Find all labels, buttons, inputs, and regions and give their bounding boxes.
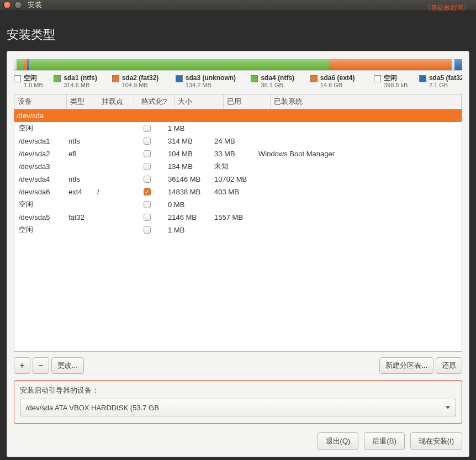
titlebar: 安装 bbox=[0, 0, 476, 10]
partition-bar: 空闲1.0 MBsda1 (ntfs)314.6 MBsda2 (fat32)1… bbox=[14, 59, 462, 92]
legend-swatch bbox=[374, 75, 381, 82]
main-panel: 空闲1.0 MBsda1 (ntfs)314.6 MBsda2 (fat32)1… bbox=[7, 51, 469, 457]
revert-button[interactable]: 还原 bbox=[436, 357, 462, 374]
partition-legend-item: sda6 (ext4)14.8 GB bbox=[310, 74, 374, 89]
window-minimize-button[interactable] bbox=[14, 1, 22, 9]
bootloader-section: 安装启动引导器的设备： /dev/sda ATA VBOX HARDDISK (… bbox=[14, 380, 462, 424]
cell-device: /dev/sda2 bbox=[17, 150, 66, 158]
partition-segment[interactable] bbox=[329, 59, 452, 70]
add-partition-button[interactable]: + bbox=[14, 357, 30, 374]
col-size[interactable]: 大小 bbox=[174, 94, 224, 109]
table-row[interactable]: /dev/sda6ext4/✓14838 MB403 MB bbox=[14, 186, 462, 198]
format-checkbox[interactable] bbox=[144, 201, 151, 208]
format-checkbox[interactable] bbox=[144, 226, 151, 234]
cell-size: 104 MB bbox=[166, 150, 212, 158]
cell-device: 空闲 bbox=[17, 225, 66, 235]
legend-size: 314.6 MB bbox=[64, 82, 97, 89]
col-type[interactable]: 类型 bbox=[67, 94, 98, 109]
legend-label: sda5 (fat32) bbox=[429, 74, 462, 82]
cell-format bbox=[128, 226, 166, 234]
legend-label: sda1 (ntfs) bbox=[64, 74, 97, 82]
disk-header-row[interactable]: /dev/sda bbox=[14, 109, 462, 122]
format-checkbox[interactable] bbox=[144, 150, 151, 157]
table-row[interactable]: /dev/sda5fat322146 MB1557 MB bbox=[14, 211, 462, 224]
legend-size: 1.0 MB bbox=[24, 82, 43, 89]
col-format[interactable]: 格式化? bbox=[134, 94, 174, 109]
cell-format bbox=[128, 150, 166, 157]
install-button[interactable]: 现在安装(I) bbox=[410, 432, 462, 450]
format-checkbox[interactable] bbox=[144, 214, 151, 221]
page-title: 安装类型 bbox=[7, 27, 55, 43]
cell-format bbox=[128, 176, 166, 183]
window-close-button[interactable] bbox=[3, 1, 11, 9]
legend-swatch bbox=[176, 75, 183, 82]
table-row[interactable]: /dev/sda2efi104 MB33 MBWindows Boot Mana… bbox=[14, 147, 462, 160]
table-row[interactable]: 空闲1 MB bbox=[14, 224, 462, 236]
legend-swatch bbox=[251, 75, 258, 82]
cell-used: 33 MB bbox=[212, 150, 256, 158]
format-checkbox[interactable]: ✓ bbox=[144, 188, 151, 195]
legend-swatch bbox=[112, 75, 119, 82]
toolbar: + − 更改... 新建分区表... 还原 bbox=[14, 357, 462, 374]
cell-type: efi bbox=[66, 150, 95, 158]
legend-size: 104.9 MB bbox=[122, 82, 159, 89]
bootloader-device-select[interactable]: /dev/sda ATA VBOX HARDDISK (53.7 GB bbox=[20, 399, 456, 416]
table-row[interactable]: /dev/sda4ntfs36146 MB10702 MB bbox=[14, 173, 462, 186]
cell-used: 1557 MB bbox=[212, 213, 256, 221]
cell-format bbox=[128, 163, 166, 170]
format-checkbox[interactable] bbox=[144, 176, 151, 183]
partition-segment[interactable] bbox=[17, 59, 24, 70]
cell-device: 空闲 bbox=[17, 123, 66, 133]
table-row[interactable]: 空闲0 MB bbox=[14, 198, 462, 211]
cell-used: 403 MB bbox=[212, 188, 256, 196]
cell-used: 未知 bbox=[212, 161, 256, 171]
partition-table: 设备 类型 挂载点 格式化? 大小 已用 已装系统 /dev/sda空闲1 MB… bbox=[14, 94, 462, 352]
cell-used: 24 MB bbox=[212, 137, 256, 145]
format-checkbox[interactable] bbox=[144, 163, 151, 170]
cell-type: ntfs bbox=[66, 137, 95, 145]
cell-system: Windows Boot Manager bbox=[256, 150, 462, 158]
cell-size: 0 MB bbox=[166, 200, 212, 209]
watermark: 《基础教程网》 bbox=[424, 3, 470, 13]
legend-label: sda2 (fat32) bbox=[122, 74, 159, 82]
format-checkbox[interactable] bbox=[144, 138, 151, 145]
change-partition-button[interactable]: 更改... bbox=[51, 357, 84, 374]
cell-format bbox=[128, 201, 166, 208]
legend-swatch bbox=[54, 75, 61, 82]
cell-type: ext4 bbox=[66, 188, 95, 196]
cell-device: /dev/sda6 bbox=[17, 188, 66, 196]
bootloader-label: 安装启动引导器的设备： bbox=[20, 385, 456, 395]
legend-label: sda3 (unknown) bbox=[186, 74, 236, 82]
table-body: /dev/sda空闲1 MB/dev/sda1ntfs314 MB24 MB/d… bbox=[14, 109, 462, 236]
col-used[interactable]: 已用 bbox=[224, 94, 271, 109]
bootloader-selected: /dev/sda ATA VBOX HARDDISK (53.7 GB bbox=[26, 404, 159, 412]
cell-size: 1 MB bbox=[166, 124, 212, 133]
new-partition-table-button[interactable]: 新建分区表... bbox=[379, 357, 433, 374]
cell-mount: / bbox=[95, 188, 128, 196]
partition-legend-item: sda2 (fat32)104.9 MB bbox=[112, 74, 176, 89]
cell-device: /dev/sda1 bbox=[17, 137, 66, 145]
table-row[interactable]: /dev/sda1ntfs314 MB24 MB bbox=[14, 135, 462, 147]
table-row[interactable]: /dev/sda3134 MB未知 bbox=[14, 160, 462, 173]
cell-size: 14838 MB bbox=[166, 188, 212, 196]
cell-size: 1 MB bbox=[166, 226, 212, 234]
legend-size: 14.8 GB bbox=[320, 82, 355, 89]
table-row[interactable]: 空闲1 MB bbox=[14, 122, 462, 135]
cell-size: 314 MB bbox=[166, 137, 212, 145]
table-header: 设备 类型 挂载点 格式化? 大小 已用 已装系统 bbox=[14, 94, 462, 109]
action-row: 退出(Q) 后退(B) 现在安装(I) bbox=[14, 432, 462, 450]
format-checkbox[interactable] bbox=[144, 125, 151, 132]
partition-segment[interactable] bbox=[29, 59, 329, 70]
partition-segment[interactable] bbox=[454, 59, 462, 70]
col-device[interactable]: 设备 bbox=[14, 94, 67, 109]
cell-size: 36146 MB bbox=[166, 175, 212, 183]
legend-label: 空闲 bbox=[384, 74, 408, 82]
col-mount[interactable]: 挂载点 bbox=[98, 94, 134, 109]
cell-size: 2146 MB bbox=[166, 213, 212, 221]
partition-legend-item: sda3 (unknown)134.2 MB bbox=[176, 74, 251, 89]
remove-partition-button[interactable]: − bbox=[33, 357, 49, 374]
quit-button[interactable]: 退出(Q) bbox=[318, 432, 359, 450]
back-button[interactable]: 后退(B) bbox=[364, 432, 404, 450]
legend-swatch bbox=[419, 75, 426, 82]
col-system[interactable]: 已装系统 bbox=[271, 94, 462, 109]
